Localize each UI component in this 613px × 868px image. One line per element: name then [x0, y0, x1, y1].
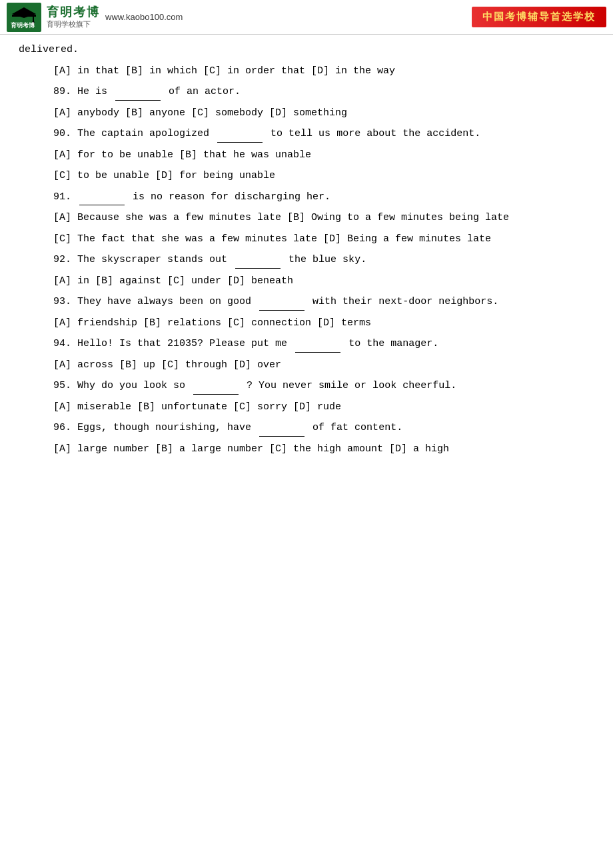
intro-line: delivered. [19, 41, 594, 59]
q96-options: [A] large number [B] a large number [C] … [19, 441, 594, 458]
q89-options: [A] anybody [B] anyone [C] somebody [D] … [19, 105, 594, 122]
q94-question: 94. Hello! Is that 21035? Please put me … [19, 335, 594, 353]
q92-question: 92. The skyscraper stands out the blue s… [19, 251, 594, 269]
header-left: 育明考博 育明考博 育明学校旗下 www.kaobo100.com [7, 3, 183, 32]
q94-blank [295, 352, 340, 353]
q88-options: [A] in that [B] in which [C] in order th… [19, 63, 594, 80]
q90-options-b: [C] to be unable [D] for being unable [19, 167, 594, 185]
q91-options-b: [C] The fact that she was a few minutes … [19, 231, 594, 248]
svg-text:育明考博: 育明考博 [11, 21, 35, 29]
logo-sub-text: 育明学校旗下 [47, 20, 100, 29]
logo-text: 育明考博 育明学校旗下 [47, 5, 100, 29]
q96-blank [259, 436, 305, 437]
q90-options-a: [A] for to be unable [B] that he was una… [19, 147, 594, 164]
q91-options-a: [A] Because she was a few minutes late [… [19, 209, 594, 227]
q93-blank [259, 310, 305, 311]
page-header: 育明考博 育明考博 育明学校旗下 www.kaobo100.com 中国考博辅导… [0, 0, 613, 35]
logo-image: 育明考博 [7, 3, 41, 32]
slogan-banner: 中国考博辅导首选学校 [472, 7, 606, 27]
q94-options: [A] across [B] up [C] through [D] over [19, 357, 594, 374]
q92-blank [235, 268, 281, 269]
q96-question: 96. Eggs, though nourishing, have of fat… [19, 419, 594, 437]
q89-question: 89. He is of an actor. [19, 83, 594, 101]
svg-rect-2 [12, 15, 36, 17]
q95-blank [193, 394, 239, 395]
q93-question: 93. They have always been on good with t… [19, 293, 594, 311]
q91-question: 91. is no reason for discharging her. [19, 189, 594, 206]
q92-options: [A] in [B] against [C] under [D] beneath [19, 273, 594, 290]
logo-svg: 育明考博 [8, 3, 40, 31]
logo-box: 育明考博 [7, 3, 41, 32]
q90-question: 90. The captain apologized to tell us mo… [19, 125, 594, 143]
website-label: www.kaobo100.com [105, 12, 183, 22]
logo-main-text: 育明考博 [47, 5, 100, 20]
q95-question: 95. Why do you look so ? You never smile… [19, 377, 594, 395]
page-content: delivered. [A] in that [B] in which [C] … [0, 35, 613, 475]
q95-options: [A] miserable [B] unfortunate [C] sorry … [19, 399, 594, 416]
q91-blank [79, 205, 125, 205]
q93-options: [A] friendship [B] relations [C] connect… [19, 315, 594, 332]
q90-blank [217, 142, 263, 143]
q89-blank [115, 100, 161, 101]
